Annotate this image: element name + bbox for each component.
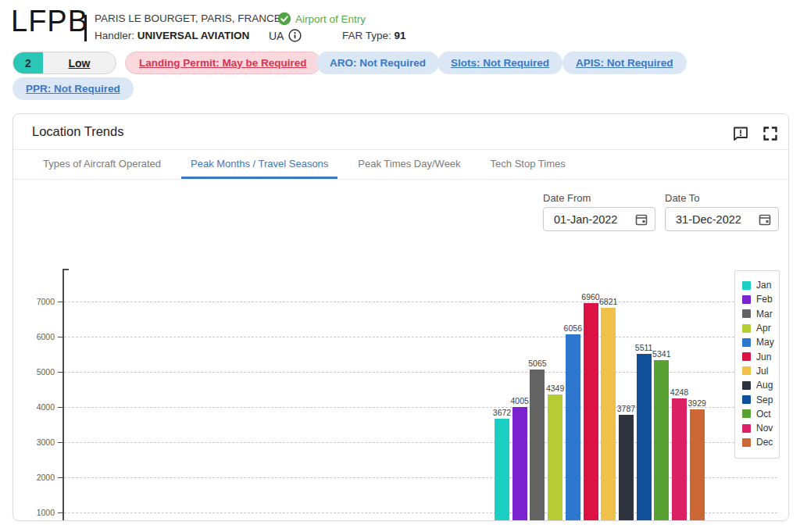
- gridline-3000: [64, 442, 777, 443]
- bar-jun[interactable]: [584, 303, 598, 521]
- date-to-label: Date To: [665, 192, 700, 204]
- y-axis-tick: [58, 512, 62, 514]
- legend-label-jul: Jul: [756, 366, 768, 377]
- legend-swatch-jan: [742, 281, 751, 290]
- y-axis-tick: [58, 372, 62, 373]
- bar-chart: 1000200030004000500060007000367240055065…: [62, 269, 789, 521]
- legend-swatch-mar: [742, 309, 751, 318]
- tab-peak-months[interactable]: Peak Months / Travel Seasons: [181, 150, 338, 179]
- bar-sep[interactable]: [637, 354, 652, 521]
- far-type-value: 91: [395, 30, 406, 41]
- bar-value-nov: 4248: [662, 387, 697, 397]
- airport-code: LFPB: [11, 5, 88, 38]
- legend-item-may[interactable]: May: [742, 335, 779, 349]
- info-icon[interactable]: [288, 29, 302, 42]
- legend-swatch-jul: [742, 366, 751, 375]
- legend-item-mar[interactable]: Mar: [742, 307, 779, 321]
- legend-label-jun: Jun: [756, 352, 771, 362]
- bar-nov[interactable]: [672, 398, 687, 521]
- date-to-input[interactable]: 31-Dec-2022: [665, 207, 779, 231]
- legend-swatch-oct: [742, 409, 751, 418]
- legend-label-aug: Aug: [756, 380, 773, 391]
- bar-dec[interactable]: [690, 409, 705, 521]
- legend-swatch-nov: [742, 424, 751, 433]
- airport-location: PARIS LE BOURGET, PARIS, FRANCE: [95, 12, 281, 24]
- legend-item-oct[interactable]: Oct: [742, 407, 779, 421]
- header-divider-bar: [84, 15, 87, 41]
- legend-item-dec[interactable]: Dec: [742, 435, 779, 449]
- bar-oct[interactable]: [654, 360, 669, 521]
- legend-swatch-aug: [742, 381, 751, 390]
- tab-tech-stop-times[interactable]: Tech Stop Times: [481, 150, 575, 179]
- bar-apr[interactable]: [548, 395, 562, 521]
- legend-item-sep[interactable]: Sep: [742, 392, 779, 406]
- gridline-7000: [64, 302, 777, 302]
- slots-badge[interactable]: Slots: Not Required: [438, 52, 562, 74]
- landing-permit-badge[interactable]: Landing Permit: May be Required: [125, 52, 321, 74]
- bar-jan[interactable]: [495, 419, 509, 521]
- bar-may[interactable]: [566, 334, 580, 521]
- legend-item-jun[interactable]: Jun: [742, 349, 779, 363]
- y-tick-label-6000: 6000: [22, 332, 55, 341]
- legend-swatch-dec: [742, 438, 751, 447]
- gridline-5000: [64, 372, 777, 373]
- y-tick-label-2000: 2000: [22, 473, 55, 482]
- chart-legend: JanFebMarAprMayJunJulAugSepOctNovDec: [734, 270, 780, 459]
- bar-aug[interactable]: [619, 415, 634, 521]
- risk-badge[interactable]: 2 Low: [12, 52, 116, 74]
- handler-value: UNIVERSAL AVIATION: [138, 30, 250, 41]
- calendar-icon[interactable]: [635, 213, 648, 226]
- check-circle-icon: [277, 12, 291, 26]
- apis-badge[interactable]: APIS: Not Required: [562, 52, 687, 74]
- y-tick-label-5000: 5000: [22, 367, 55, 377]
- legend-label-mar: Mar: [756, 309, 773, 320]
- legend-swatch-apr: [742, 324, 751, 333]
- bar-jul[interactable]: [601, 308, 616, 521]
- legend-item-feb[interactable]: Feb: [742, 292, 779, 306]
- legend-label-oct: Oct: [756, 409, 771, 420]
- legend-item-nov[interactable]: Nov: [742, 421, 779, 435]
- y-axis-cap: [62, 269, 69, 270]
- date-from-value: 01-Jan-2022: [554, 213, 635, 226]
- legend-item-jul[interactable]: Jul: [742, 364, 779, 378]
- risk-level-link[interactable]: Low: [43, 57, 116, 70]
- legend-label-apr: Apr: [756, 323, 771, 334]
- trends-tabs: Types of Aircraft Operated Peak Months /…: [13, 150, 788, 180]
- handler-label: Handler:: [95, 30, 138, 41]
- date-from-label: Date From: [543, 192, 591, 204]
- far-type-label: FAR Type:: [342, 30, 395, 41]
- tab-types-of-aircraft[interactable]: Types of Aircraft Operated: [34, 150, 170, 179]
- legend-label-sep: Sep: [756, 395, 773, 405]
- legend-swatch-sep: [742, 395, 751, 404]
- legend-label-nov: Nov: [756, 423, 773, 434]
- legend-swatch-feb: [742, 295, 751, 304]
- aro-badge: ARO: Not Required: [316, 52, 439, 74]
- location-trends-card: Location Trends Types of Aircraft Operat…: [12, 113, 789, 521]
- bar-feb[interactable]: [512, 407, 527, 521]
- feedback-button[interactable]: [730, 123, 751, 144]
- tab-peak-times[interactable]: Peak Times Day/Week: [348, 150, 470, 179]
- handler-line: Handler: UNIVERSAL AVIATION: [95, 30, 249, 41]
- legend-swatch-may: [742, 338, 751, 347]
- gridline-2000: [64, 477, 777, 478]
- legend-item-apr[interactable]: Apr: [742, 321, 779, 335]
- legend-swatch-jun: [742, 352, 751, 361]
- message-alert-icon: [732, 125, 749, 142]
- legend-label-may: May: [756, 337, 774, 348]
- ua-label: UA: [269, 30, 284, 42]
- date-from-input[interactable]: 01-Jan-2022: [543, 207, 655, 231]
- y-tick-label-3000: 3000: [22, 437, 55, 447]
- y-axis-tick: [58, 407, 62, 409]
- gridline-6000: [64, 337, 777, 337]
- legend-label-feb: Feb: [756, 294, 773, 305]
- legend-item-jan[interactable]: Jan: [742, 278, 779, 292]
- fullscreen-button[interactable]: [760, 123, 780, 144]
- y-tick-label-7000: 7000: [22, 297, 55, 306]
- y-tick-label-1000: 1000: [22, 508, 55, 517]
- bar-value-dec: 3929: [680, 398, 714, 408]
- legend-item-aug[interactable]: Aug: [742, 378, 779, 392]
- y-axis-tick: [58, 302, 62, 303]
- calendar-icon[interactable]: [759, 213, 771, 226]
- ppr-badge[interactable]: PPR: Not Required: [12, 77, 134, 100]
- bar-value-oct: 5341: [645, 349, 679, 359]
